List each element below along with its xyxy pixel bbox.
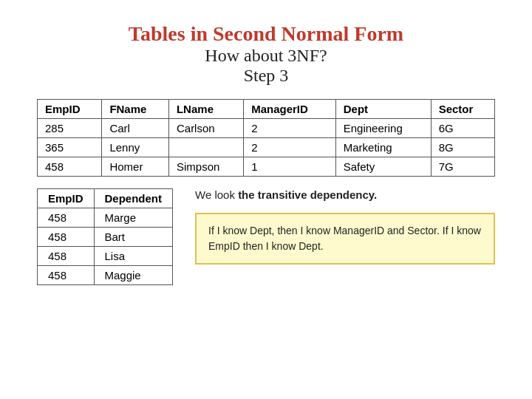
- top-table-header-row: EmpID FName LName ManagerID Dept Sector: [38, 100, 495, 119]
- title-line2: How about 3NF?: [37, 46, 495, 66]
- cell-dept: Engineering: [335, 119, 431, 138]
- cell-lname: Carlson: [168, 119, 243, 138]
- table-row: 458 Lisa: [38, 247, 173, 266]
- title-section: Tables in Second Normal Form How about 3…: [37, 22, 495, 86]
- bottom-table: EmpID Dependent 458 Marge 458 Bart 458: [37, 188, 173, 285]
- col-empid2: EmpID: [38, 189, 95, 208]
- cell-managerid: 2: [244, 138, 336, 157]
- col-managerid: ManagerID: [244, 100, 336, 119]
- table-row: 458 Homer Simpson 1 Safety 7G: [38, 157, 495, 177]
- table-row: 365 Lenny 2 Marketing 8G: [38, 138, 495, 157]
- col-empid: EmpID: [38, 100, 102, 119]
- cell-fname: Carl: [102, 119, 169, 138]
- cell-empid: 458: [38, 247, 95, 266]
- title-line3: Step 3: [37, 66, 495, 86]
- bottom-right: We look the transitive dependency. If I …: [195, 188, 495, 265]
- table-row: 458 Bart: [38, 228, 173, 247]
- cell-fname: Lenny: [102, 138, 169, 157]
- col-dependent: Dependent: [94, 189, 173, 208]
- cell-lname: [168, 138, 243, 157]
- bottom-left: EmpID Dependent 458 Marge 458 Bart 458: [37, 188, 173, 285]
- cell-dependent: Maggie: [94, 266, 173, 285]
- cell-empid: 285: [38, 119, 102, 138]
- cell-empid: 458: [38, 208, 95, 228]
- cell-sector: 8G: [431, 138, 494, 157]
- cell-sector: 7G: [431, 157, 494, 177]
- bottom-table-header-row: EmpID Dependent: [38, 189, 173, 208]
- cell-dept: Safety: [335, 157, 431, 177]
- transitive-label: We look the transitive dependency.: [195, 188, 495, 201]
- bottom-section: EmpID Dependent 458 Marge 458 Bart 458: [37, 188, 495, 285]
- col-sector: Sector: [431, 100, 494, 119]
- top-table: EmpID FName LName ManagerID Dept Sector …: [37, 99, 495, 177]
- table-row: 285 Carl Carlson 2 Engineering 6G: [38, 119, 495, 138]
- table-row: 458 Marge: [38, 208, 173, 228]
- cell-dependent: Bart: [94, 228, 173, 247]
- cell-dependent: Lisa: [94, 247, 173, 266]
- cell-fname: Homer: [102, 157, 169, 177]
- transitive-bold: the transitive dependency.: [238, 188, 377, 201]
- info-box: If I know Dept, then I know ManagerID an…: [195, 213, 495, 265]
- cell-managerid: 1: [244, 157, 336, 177]
- cell-empid: 458: [38, 157, 102, 177]
- col-dept: Dept: [335, 100, 431, 119]
- col-fname: FName: [102, 100, 169, 119]
- col-lname: LName: [168, 100, 243, 119]
- info-box-text: If I know Dept, then I know ManagerID an…: [208, 225, 481, 252]
- cell-managerid: 2: [244, 119, 336, 138]
- cell-empid: 365: [38, 138, 102, 157]
- cell-dept: Marketing: [335, 138, 431, 157]
- cell-dependent: Marge: [94, 208, 173, 228]
- cell-lname: Simpson: [168, 157, 243, 177]
- table-row: 458 Maggie: [38, 266, 173, 285]
- cell-sector: 6G: [431, 119, 494, 138]
- cell-empid: 458: [38, 266, 95, 285]
- title-line1: Tables in Second Normal Form: [37, 22, 495, 46]
- cell-empid: 458: [38, 228, 95, 247]
- page: Tables in Second Normal Form How about 3…: [0, 0, 532, 399]
